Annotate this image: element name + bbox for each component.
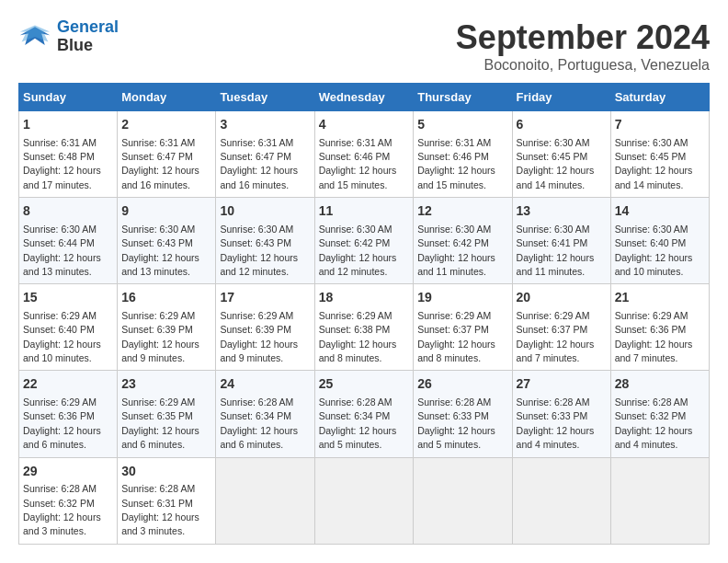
day-number: 22 [23, 375, 113, 394]
header-wednesday: Wednesday [314, 84, 414, 111]
day-cell: 27 Sunrise: 6:28 AMSunset: 6:33 PMDaylig… [512, 371, 610, 457]
day-cell: 12 Sunrise: 6:30 AMSunset: 6:42 PMDaylig… [414, 198, 512, 284]
header-saturday: Saturday [610, 84, 709, 111]
day-info: Sunrise: 6:30 AMSunset: 6:44 PMDaylight:… [23, 224, 101, 277]
day-cell: 11 Sunrise: 6:30 AMSunset: 6:42 PMDaylig… [314, 198, 414, 284]
day-number: 26 [417, 375, 507, 394]
location-subtitle: Boconoito, Portuguesa, Venezuela [456, 57, 710, 74]
day-cell: 28 Sunrise: 6:28 AMSunset: 6:32 PMDaylig… [610, 371, 709, 457]
page-header: General Blue September 2024 Boconoito, P… [18, 18, 710, 74]
day-number: 29 [23, 463, 113, 481]
logo-icon [18, 23, 51, 51]
day-cell: 3 Sunrise: 6:31 AMSunset: 6:47 PMDayligh… [216, 111, 314, 198]
day-info: Sunrise: 6:30 AMSunset: 6:42 PMDaylight:… [319, 224, 397, 277]
day-number: 25 [319, 375, 410, 394]
day-number: 15 [23, 289, 113, 307]
day-cell: 7 Sunrise: 6:30 AMSunset: 6:45 PMDayligh… [610, 111, 709, 198]
day-info: Sunrise: 6:28 AMSunset: 6:32 PMDaylight:… [23, 483, 101, 536]
day-cell: 19 Sunrise: 6:29 AMSunset: 6:37 PMDaylig… [414, 284, 512, 371]
logo: General Blue [18, 18, 119, 55]
logo-blue: Blue [57, 36, 93, 54]
header-tuesday: Tuesday [216, 84, 314, 111]
day-cell: 24 Sunrise: 6:28 AMSunset: 6:34 PMDaylig… [216, 371, 314, 457]
day-info: Sunrise: 6:28 AMSunset: 6:33 PMDaylight:… [417, 396, 495, 450]
day-number: 14 [615, 202, 705, 221]
day-info: Sunrise: 6:31 AMSunset: 6:46 PMDaylight:… [319, 137, 397, 190]
day-info: Sunrise: 6:30 AMSunset: 6:42 PMDaylight:… [417, 224, 495, 277]
day-info: Sunrise: 6:29 AMSunset: 6:38 PMDaylight:… [319, 310, 397, 363]
title-area: September 2024 Boconoito, Portuguesa, Ve… [456, 18, 710, 74]
day-cell: 10 Sunrise: 6:30 AMSunset: 6:43 PMDaylig… [216, 198, 314, 284]
day-cell [414, 457, 512, 544]
week-row-5: 29 Sunrise: 6:28 AMSunset: 6:32 PMDaylig… [19, 457, 710, 544]
day-cell: 17 Sunrise: 6:29 AMSunset: 6:39 PMDaylig… [216, 284, 314, 371]
day-cell: 2 Sunrise: 6:31 AMSunset: 6:47 PMDayligh… [118, 111, 216, 198]
day-number: 19 [417, 289, 507, 307]
header-monday: Monday [118, 84, 216, 111]
day-cell: 9 Sunrise: 6:30 AMSunset: 6:43 PMDayligh… [118, 198, 216, 284]
week-row-4: 22 Sunrise: 6:29 AMSunset: 6:36 PMDaylig… [19, 371, 710, 457]
day-cell: 23 Sunrise: 6:29 AMSunset: 6:35 PMDaylig… [118, 371, 216, 457]
day-number: 13 [517, 202, 607, 221]
day-cell: 4 Sunrise: 6:31 AMSunset: 6:46 PMDayligh… [314, 111, 414, 198]
day-cell: 18 Sunrise: 6:29 AMSunset: 6:38 PMDaylig… [314, 284, 414, 371]
day-number: 9 [121, 202, 211, 221]
day-info: Sunrise: 6:30 AMSunset: 6:45 PMDaylight:… [517, 137, 595, 190]
day-number: 11 [319, 202, 410, 221]
month-title: September 2024 [456, 18, 710, 57]
day-info: Sunrise: 6:31 AMSunset: 6:46 PMDaylight:… [417, 137, 495, 190]
day-info: Sunrise: 6:29 AMSunset: 6:35 PMDaylight:… [121, 396, 199, 450]
day-number: 10 [220, 202, 310, 221]
day-cell: 29 Sunrise: 6:28 AMSunset: 6:32 PMDaylig… [19, 457, 118, 544]
day-info: Sunrise: 6:30 AMSunset: 6:45 PMDaylight:… [615, 137, 693, 190]
day-number: 23 [121, 375, 211, 394]
day-info: Sunrise: 6:28 AMSunset: 6:31 PMDaylight:… [121, 483, 199, 536]
day-cell: 14 Sunrise: 6:30 AMSunset: 6:40 PMDaylig… [610, 198, 709, 284]
day-number: 6 [517, 116, 607, 134]
day-number: 4 [319, 116, 410, 134]
day-cell: 20 Sunrise: 6:29 AMSunset: 6:37 PMDaylig… [512, 284, 610, 371]
header-thursday: Thursday [414, 84, 512, 111]
header-sunday: Sunday [19, 84, 118, 111]
header-friday: Friday [512, 84, 610, 111]
day-cell: 16 Sunrise: 6:29 AMSunset: 6:39 PMDaylig… [118, 284, 216, 371]
day-info: Sunrise: 6:30 AMSunset: 6:43 PMDaylight:… [121, 224, 199, 277]
day-number: 3 [220, 116, 310, 134]
logo-general: General [57, 17, 119, 36]
day-cell: 6 Sunrise: 6:30 AMSunset: 6:45 PMDayligh… [512, 111, 610, 198]
day-info: Sunrise: 6:29 AMSunset: 6:40 PMDaylight:… [23, 310, 101, 363]
day-info: Sunrise: 6:29 AMSunset: 6:39 PMDaylight:… [220, 310, 298, 363]
day-number: 20 [517, 289, 607, 307]
day-info: Sunrise: 6:30 AMSunset: 6:43 PMDaylight:… [220, 224, 298, 277]
day-cell [512, 457, 610, 544]
logo-text: General Blue [57, 18, 119, 55]
day-cell [610, 457, 709, 544]
day-number: 28 [615, 375, 705, 394]
day-cell: 5 Sunrise: 6:31 AMSunset: 6:46 PMDayligh… [414, 111, 512, 198]
day-cell: 1 Sunrise: 6:31 AMSunset: 6:48 PMDayligh… [19, 111, 118, 198]
day-info: Sunrise: 6:31 AMSunset: 6:48 PMDaylight:… [23, 137, 101, 190]
day-info: Sunrise: 6:31 AMSunset: 6:47 PMDaylight:… [121, 137, 199, 190]
day-number: 7 [615, 116, 705, 134]
day-info: Sunrise: 6:29 AMSunset: 6:36 PMDaylight:… [615, 310, 693, 363]
header-row: SundayMondayTuesdayWednesdayThursdayFrid… [19, 84, 710, 111]
day-info: Sunrise: 6:28 AMSunset: 6:33 PMDaylight:… [517, 396, 595, 450]
day-number: 17 [220, 289, 310, 307]
day-info: Sunrise: 6:29 AMSunset: 6:39 PMDaylight:… [121, 310, 199, 363]
day-number: 21 [615, 289, 705, 307]
day-cell: 8 Sunrise: 6:30 AMSunset: 6:44 PMDayligh… [19, 198, 118, 284]
day-number: 12 [417, 202, 507, 221]
week-row-3: 15 Sunrise: 6:29 AMSunset: 6:40 PMDaylig… [19, 284, 710, 371]
day-cell: 15 Sunrise: 6:29 AMSunset: 6:40 PMDaylig… [19, 284, 118, 371]
day-cell: 22 Sunrise: 6:29 AMSunset: 6:36 PMDaylig… [19, 371, 118, 457]
day-cell: 26 Sunrise: 6:28 AMSunset: 6:33 PMDaylig… [414, 371, 512, 457]
day-number: 24 [220, 375, 310, 394]
day-cell: 30 Sunrise: 6:28 AMSunset: 6:31 PMDaylig… [118, 457, 216, 544]
day-info: Sunrise: 6:30 AMSunset: 6:41 PMDaylight:… [517, 224, 595, 277]
day-info: Sunrise: 6:28 AMSunset: 6:32 PMDaylight:… [615, 396, 693, 450]
day-cell: 21 Sunrise: 6:29 AMSunset: 6:36 PMDaylig… [610, 284, 709, 371]
day-info: Sunrise: 6:31 AMSunset: 6:47 PMDaylight:… [220, 137, 298, 190]
day-number: 1 [23, 116, 113, 134]
week-row-1: 1 Sunrise: 6:31 AMSunset: 6:48 PMDayligh… [19, 111, 710, 198]
day-number: 2 [121, 116, 211, 134]
